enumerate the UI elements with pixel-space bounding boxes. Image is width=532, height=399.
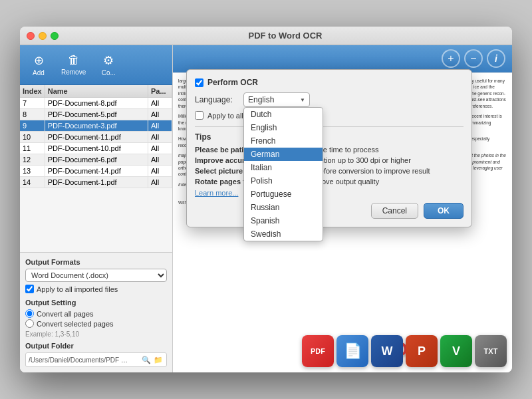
table-row[interactable]: 9 PDF-Document-3.pdf All: [20, 120, 172, 132]
minimize-button[interactable]: [39, 32, 47, 40]
cell-index: 7: [20, 98, 45, 109]
convert-selected-label: Convert selected pages: [37, 320, 114, 328]
dropdown-item[interactable]: French: [244, 134, 323, 148]
cell-pages: All: [148, 98, 172, 109]
zoom-in-button[interactable]: +: [442, 49, 460, 68]
tips-section: Tips Please be patient — it takes some t…: [195, 126, 464, 198]
output-setting-label: Output Setting: [25, 299, 167, 307]
cell-name: PDF-Document-14.pdf: [45, 166, 148, 177]
cell-name: PDF-Document-10.pdf: [45, 143, 148, 154]
cell-index: 12: [20, 154, 45, 166]
dropdown-item[interactable]: Dutch: [244, 108, 323, 121]
folder-row: /Users/Daniel/Documents/PDF to Word OCR …: [25, 352, 167, 367]
apply-to-all-row: Apply to all imp...: [195, 111, 464, 120]
dropdown-item[interactable]: English: [244, 121, 323, 134]
apply-all-row: Apply to all imported files: [25, 285, 167, 293]
add-button[interactable]: ⊕ Add: [24, 51, 53, 79]
folder-open-icon[interactable]: 🔍: [141, 354, 152, 365]
learn-more-link[interactable]: Learn more...: [195, 189, 238, 197]
table-row[interactable]: 12 PDF-Document-6.pdf All: [20, 154, 172, 166]
right-toolbar: + − i: [173, 45, 512, 72]
zoom-out-button[interactable]: −: [464, 49, 483, 68]
cell-index: 14: [20, 177, 45, 188]
info-button[interactable]: i: [487, 49, 505, 68]
cancel-button[interactable]: Cancel: [371, 203, 418, 219]
table-row[interactable]: 7 PDF-Document-8.pdf All: [20, 98, 172, 109]
remove-icon: 🗑: [68, 53, 80, 67]
dropdown-item[interactable]: German: [244, 148, 323, 161]
table-row[interactable]: 8 PDF-Document-5.pdf All: [20, 109, 172, 120]
close-button[interactable]: [27, 32, 35, 40]
table-row[interactable]: 10 PDF-Document-11.pdf All: [20, 132, 172, 143]
cell-pages: All: [148, 132, 172, 143]
dropdown-item[interactable]: Spanish: [244, 214, 323, 227]
table-row[interactable]: 13 PDF-Document-14.pdf All: [20, 166, 172, 177]
remove-button[interactable]: 🗑 Remove: [56, 51, 91, 79]
cell-index: 8: [20, 109, 45, 120]
dropdown-item[interactable]: Russian: [244, 201, 323, 214]
file-table: Index Name Pa... 7 PDF-Document-8.pdf Al…: [20, 85, 172, 252]
cell-name: PDF-Document-8.pdf: [45, 98, 148, 109]
remove-label: Remove: [61, 68, 86, 76]
cell-index: 10: [20, 132, 45, 143]
cell-pages: All: [148, 166, 172, 177]
dropdown-item[interactable]: Swedish: [244, 227, 323, 241]
cell-name: PDF-Document-1.pdf: [45, 177, 148, 188]
convert-selected-radio[interactable]: [25, 319, 34, 328]
convert-all-radio[interactable]: [25, 309, 34, 318]
add-label: Add: [33, 69, 45, 76]
output-folder-label: Output Folder: [25, 342, 167, 350]
col-name: Name: [45, 85, 148, 98]
green-icon: V: [440, 335, 472, 367]
convert-button[interactable]: ⚙ Co...: [94, 51, 123, 79]
language-display[interactable]: English ▼: [243, 92, 310, 107]
apply-ocr-all-checkbox[interactable]: [195, 111, 203, 120]
folder-path: /Users/Daniel/Documents/PDF to Word OCR: [29, 356, 128, 364]
main-window: PDF to Word OCR ⊕ Add 🗑 Remove ⚙ Co...: [20, 27, 512, 372]
apply-all-checkbox[interactable]: [25, 285, 34, 293]
pdf-icon: PDF: [302, 335, 334, 367]
cell-index: 13: [20, 166, 45, 177]
dropdown-item[interactable]: Portuguese: [244, 188, 323, 201]
perform-ocr-checkbox[interactable]: [195, 78, 203, 87]
convert-label: Co...: [102, 69, 116, 76]
folder-browse-icon[interactable]: 📁: [153, 354, 164, 365]
cell-name: PDF-Document-5.pdf: [45, 109, 148, 120]
language-dropdown: DutchEnglishFrenchGermanItalianPolishPor…: [243, 107, 323, 241]
radio-group: Convert all pages Convert selected pages: [25, 309, 167, 328]
tip-row: Select picture are... — (an area) before…: [195, 167, 464, 175]
cell-pages: All: [148, 177, 172, 188]
format-select[interactable]: Word Document (.docx): [25, 269, 167, 282]
col-pages: Pa...: [148, 85, 172, 98]
cell-pages: All: [148, 143, 172, 154]
table-row[interactable]: 14 PDF-Document-1.pdf All: [20, 177, 172, 188]
convert-icon: ⚙: [103, 53, 114, 68]
language-row: Language: English ▼ DutchEnglishFrenchGe…: [195, 92, 464, 107]
window-title: PDF to Word OCR: [65, 31, 505, 41]
cell-index: 9: [20, 120, 45, 132]
apply-all-label: Apply to all imported files: [37, 285, 118, 293]
dropdown-arrow-icon: ▼: [300, 97, 305, 103]
ppt-icon: P: [406, 335, 438, 367]
cell-pages: All: [148, 154, 172, 166]
toolbar: ⊕ Add 🗑 Remove ⚙ Co...: [20, 45, 172, 85]
bottom-icons: PDF 📄 W P V TXT: [302, 335, 507, 367]
cell-pages: All: [148, 120, 172, 132]
dropdown-item[interactable]: Italian: [244, 161, 323, 174]
cell-name: PDF-Document-3.pdf: [45, 120, 148, 132]
ocr-panel: Perform OCR Language: English ▼ DutchEng…: [186, 69, 472, 227]
dropdown-item[interactable]: Polish: [244, 174, 323, 188]
convert-all-row: Convert all pages: [25, 309, 167, 318]
tips-container: Please be patient — it takes some time t…: [195, 146, 464, 186]
cell-index: 11: [20, 143, 45, 154]
add-icon: ⊕: [34, 53, 44, 68]
table-row[interactable]: 11 PDF-Document-10.pdf All: [20, 143, 172, 154]
maximize-button[interactable]: [51, 32, 59, 40]
ok-button[interactable]: OK: [424, 203, 464, 219]
main-content: ⊕ Add 🗑 Remove ⚙ Co... Index: [20, 45, 512, 372]
cell-name: PDF-Document-11.pdf: [45, 132, 148, 143]
tip-row: Please be patient — it takes some time t…: [195, 146, 464, 154]
perform-ocr-row: Perform OCR: [195, 78, 464, 87]
word-icon: W: [371, 335, 403, 367]
language-value: English: [248, 95, 274, 104]
